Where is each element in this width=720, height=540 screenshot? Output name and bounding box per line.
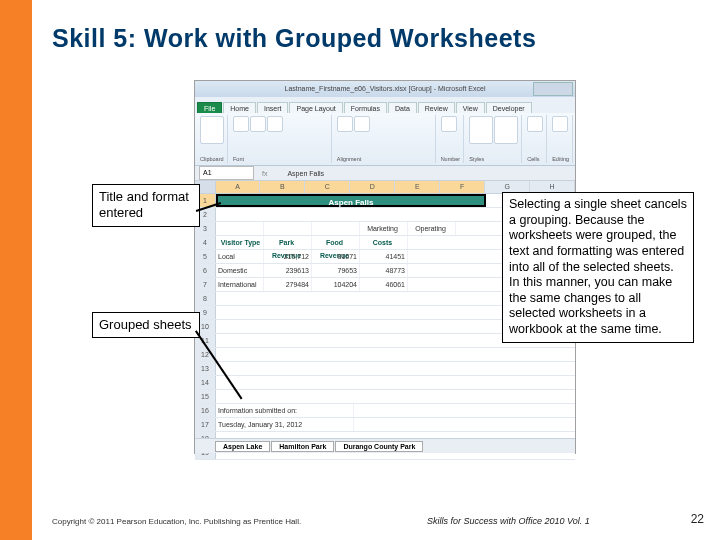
ribbon-label: Font [233,156,328,162]
paste-icon [200,116,224,144]
cell [264,222,312,235]
row-header: 16 [195,404,216,417]
tab-insert: Insert [257,102,289,113]
ribbon-label: Cells [527,156,543,162]
ribbon-tabs: File Home Insert Page Layout Formulas Da… [195,97,575,113]
sheet-row: 17 Tuesday, January 31, 2012 [195,418,575,432]
font-icon [267,116,283,132]
num-icon [441,116,457,132]
sheet-tabs-bar: Aspen Lake Hamilton Park Durango County … [195,438,575,453]
accent-bar [0,0,32,540]
ribbon-label: Editing [552,156,569,162]
ribbon-label: Clipboard [200,156,224,162]
excel-titlebar: Lastname_Firstname_e06_Visitors.xlsx [Gr… [195,81,575,97]
align-icon [337,116,353,132]
ribbon-group-number: Number [438,115,465,163]
cell-header: Food Revenue [312,236,360,249]
footer-book: Skills for Success with Office 2010 Vol.… [427,516,590,526]
excel-window-title: Lastname_Firstname_e06_Visitors.xlsx [Gr… [284,85,485,92]
cell: International [216,278,264,291]
row-header: 8 [195,292,216,305]
row-header: 13 [195,362,216,375]
row-header: 15 [195,390,216,403]
cell: 81671 [312,250,360,263]
row-header: 7 [195,278,216,291]
cell-marketing: Marketing [360,222,408,235]
ribbon-group-alignment: Alignment [334,115,436,163]
cell: 215,712 [264,250,312,263]
tab-developer: Developer [486,102,532,113]
styles-icon [469,116,493,144]
row-header: 4 [195,236,216,249]
formula-bar-value: Aspen Falls [287,170,324,177]
col-header: B [260,181,305,193]
col-header: F [440,181,485,193]
cells-icon [527,116,543,132]
cell-header: Visitor Type [216,236,264,249]
footer-copyright: Copyright © 2011 Pearson Education, Inc.… [52,517,301,526]
tab-home: Home [223,102,256,113]
formula-bar-row: A1 fx Aspen Falls [195,166,575,181]
fx-icon: fx [262,170,267,177]
ribbon: Clipboard Font Alignment Number Styles C… [195,113,575,166]
sheet-row: 14 [195,376,575,390]
cell-header: Park Revenue [264,236,312,249]
row-header: 14 [195,376,216,389]
col-header: A [216,181,261,193]
edit-icon [552,116,568,132]
col-header: C [305,181,350,193]
page-number: 22 [691,512,704,526]
slide-content: Skill 5: Work with Grouped Worksheets La… [32,0,720,540]
sheet-row: 12 [195,348,575,362]
window-controls [533,82,573,96]
cell: Domestic [216,264,264,277]
callout-grouped-sheets: Grouped sheets [92,312,200,338]
row-header: 6 [195,264,216,277]
cell: 279484 [264,278,312,291]
sheet-row: 13 [195,362,575,376]
font-icon [233,116,249,132]
sheet-tab: Aspen Lake [215,441,270,452]
cell: 46061 [360,278,408,291]
ribbon-group-cells: Cells [524,115,547,163]
ribbon-label: Alignment [337,156,432,162]
tab-review: Review [418,102,455,113]
cell: 239613 [264,264,312,277]
ribbon-group-font: Font [230,115,332,163]
cell [216,222,264,235]
name-box: A1 [199,166,254,180]
ribbon-label: Styles [469,156,518,162]
ribbon-label: Number [441,156,461,162]
cell: 104204 [312,278,360,291]
cell-header: Costs [360,236,408,249]
font-icon [250,116,266,132]
callout-title-format: Title and format entered [92,184,200,227]
ribbon-group-editing: Editing [549,115,573,163]
cell-operating: Operating [408,222,456,235]
tab-data: Data [388,102,417,113]
cell-info-date: Tuesday, January 31, 2012 [216,418,354,431]
sheet-tab: Durango County Park [335,441,423,452]
cell: Local [216,250,264,263]
merged-title-cell: Aspen Falls [216,194,486,207]
cell [312,222,360,235]
row-header: 17 [195,418,216,431]
col-header: D [350,181,395,193]
tab-formulas: Formulas [344,102,387,113]
tab-pagelayout: Page Layout [289,102,342,113]
cell-info-label: Information submitted on: [216,404,354,417]
cell: 41451 [360,250,408,263]
styles-icon [494,116,518,144]
tab-view: View [456,102,485,113]
align-icon [354,116,370,132]
sheet-tab: Hamilton Park [271,441,334,452]
cell: 79653 [312,264,360,277]
sheet-row: 15 [195,390,575,404]
col-header: E [395,181,440,193]
slide-title: Skill 5: Work with Grouped Worksheets [52,24,536,53]
ribbon-group-clipboard: Clipboard [197,115,228,163]
tab-file: File [197,102,222,113]
ribbon-group-styles: Styles [466,115,522,163]
sheet-row: 16 Information submitted on: [195,404,575,418]
row-header: 5 [195,250,216,263]
